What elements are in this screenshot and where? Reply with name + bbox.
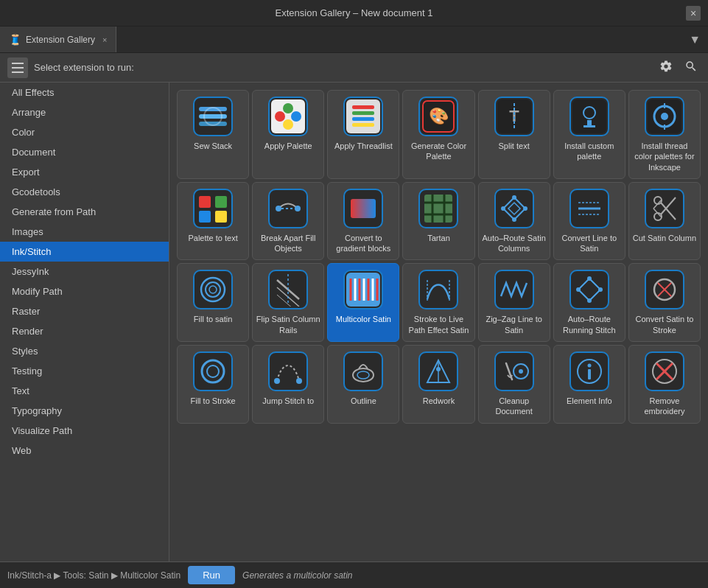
ext-item-install-custom-palette[interactable]: Install custom palette xyxy=(553,90,625,179)
sidebar-toggle-button[interactable] xyxy=(7,57,28,78)
ext-icon-install-custom-palette xyxy=(569,97,609,136)
sidebar-item-arrange[interactable]: Arrange xyxy=(0,102,169,122)
ext-label-split-text: Split text xyxy=(499,141,530,151)
close-button[interactable]: × xyxy=(686,6,701,21)
ext-item-apply-threadlist[interactable]: Apply Threadlist xyxy=(327,90,399,179)
svg-point-38 xyxy=(276,206,281,211)
sidebar-item-document[interactable]: Document xyxy=(0,142,169,162)
sidebar-item-export[interactable]: Export xyxy=(0,162,169,182)
ext-item-auto-route-satin[interactable]: Auto–Route Satin Columns xyxy=(478,182,550,261)
tab-label: Extension Gallery xyxy=(26,35,95,45)
ext-item-sew-stack[interactable]: Sew Stack xyxy=(177,90,249,179)
ext-item-remove-embroidery[interactable]: Remove embroidery xyxy=(628,345,701,424)
ext-item-convert-satin-stroke[interactable]: Convert Satin to Stroke xyxy=(628,263,701,342)
ext-icon-stroke-live-path xyxy=(418,270,458,309)
ext-label-sew-stack: Sew Stack xyxy=(194,141,232,151)
extensions-grid: Sew StackApply PaletteApply Threadlist🎨G… xyxy=(177,90,701,424)
ext-icon-jump-stitch-to xyxy=(268,351,308,391)
sidebar-item-images[interactable]: Images xyxy=(0,222,169,242)
ext-icon-palette-to-text xyxy=(193,189,233,228)
svg-point-103 xyxy=(296,378,302,384)
ext-label-jump-stitch-to: Jump Stitch to xyxy=(262,396,314,406)
ext-item-auto-route-running[interactable]: Auto–Route Running Stitch xyxy=(553,263,625,342)
sidebar-item-visualize-path[interactable]: Visualize Path xyxy=(0,421,169,441)
sidebar-item-testing[interactable]: Testing xyxy=(0,361,169,381)
sidebar-item-gcodetools[interactable]: Gcodetools xyxy=(0,182,169,202)
ext-icon-outline xyxy=(343,351,383,391)
ext-item-palette-to-text[interactable]: Palette to text xyxy=(177,182,249,261)
ext-icon-remove-embroidery xyxy=(645,351,684,391)
svg-point-54 xyxy=(512,217,516,222)
extension-gallery-tab[interactable]: 🧵 Extension Gallery × xyxy=(0,27,116,52)
sidebar-item-raster[interactable]: Raster xyxy=(0,301,169,321)
ext-item-flip-satin-rails[interactable]: Flip Satin Column Rails xyxy=(252,263,324,342)
ext-item-redwork[interactable]: Redwork xyxy=(402,345,474,424)
ext-icon-auto-route-running xyxy=(569,270,609,309)
tab-dropdown-icon[interactable]: ▼ xyxy=(681,33,708,46)
ext-label-convert-satin-stroke: Convert Satin to Stroke xyxy=(632,314,697,335)
ext-item-element-info[interactable]: Element Info xyxy=(553,345,625,424)
ext-item-generate-color-palette[interactable]: 🎨Generate Color Palette xyxy=(402,90,474,179)
svg-rect-33 xyxy=(199,196,211,208)
ext-item-split-text[interactable]: TSplit text xyxy=(478,90,550,179)
ext-label-fill-to-stroke: Fill to Stroke xyxy=(191,396,236,406)
ext-icon-multicolor-satin xyxy=(343,270,383,309)
ext-icon-redwork xyxy=(418,351,458,391)
sidebar-item-all-effects[interactable]: All Effects xyxy=(0,83,169,102)
sidebar-item-color[interactable]: Color xyxy=(0,122,169,142)
search-button[interactable] xyxy=(681,57,701,79)
sidebar-item-web[interactable]: Web xyxy=(0,441,169,461)
svg-point-8 xyxy=(275,111,285,122)
ext-label-apply-threadlist: Apply Threadlist xyxy=(334,141,393,151)
sidebar-item-render[interactable]: Render xyxy=(0,321,169,341)
main-area: All EffectsArrangeColorDocumentExportGco… xyxy=(0,83,708,561)
run-button[interactable]: Run xyxy=(188,566,235,584)
ext-item-cleanup-document[interactable]: Cleanup Document xyxy=(478,345,550,424)
ext-item-cut-satin-column[interactable]: Cut Satin Column xyxy=(628,182,701,261)
sidebar-item-ink-stitch[interactable]: Ink/Stitch xyxy=(0,242,169,262)
ext-icon-convert-line-satin xyxy=(569,189,609,228)
ext-icon-cleanup-document xyxy=(494,351,534,391)
ext-item-multicolor-satin[interactable]: Multicolor Satin xyxy=(327,263,399,342)
ext-item-tartan[interactable]: Tartan xyxy=(402,182,474,261)
ext-label-convert-line-satin: Convert Line to Satin xyxy=(557,233,622,254)
ext-item-install-thread-color[interactable]: Install thread color palettes for Inksca… xyxy=(628,90,701,179)
ext-icon-generate-color-palette: 🎨 xyxy=(418,97,458,136)
ext-item-jump-stitch-to[interactable]: Jump Stitch to xyxy=(252,345,324,424)
settings-button[interactable] xyxy=(656,57,676,79)
ext-item-break-apart-fill[interactable]: Break Apart Fill Objects xyxy=(252,182,324,261)
svg-point-29 xyxy=(661,113,668,120)
svg-rect-0 xyxy=(12,63,24,64)
tab-bar: 🧵 Extension Gallery × ▼ xyxy=(0,27,708,53)
ext-item-apply-palette[interactable]: Apply Palette xyxy=(252,90,324,179)
ext-item-fill-to-stroke[interactable]: Fill to Stroke xyxy=(177,345,249,424)
sidebar-item-generate-from-path[interactable]: Generate from Path xyxy=(0,202,169,222)
svg-point-9 xyxy=(283,103,293,113)
ext-item-stroke-live-path[interactable]: Stroke to Live Path Effect Satin xyxy=(402,263,474,342)
ext-icon-convert-satin-stroke xyxy=(645,270,684,309)
svg-rect-23 xyxy=(572,99,606,133)
ext-icon-element-info xyxy=(569,351,609,391)
sidebar-item-typography[interactable]: Typography xyxy=(0,401,169,421)
sidebar-item-modify-path[interactable]: Modify Path xyxy=(0,281,169,301)
sidebar-item-jessyink[interactable]: JessyInk xyxy=(0,262,169,281)
ext-item-fill-to-satin[interactable]: Fill to satin xyxy=(177,263,249,342)
tab-icon: 🧵 xyxy=(9,34,21,46)
ext-label-generate-color-palette: Generate Color Palette xyxy=(406,141,471,162)
svg-rect-15 xyxy=(352,117,374,121)
ext-icon-flip-satin-rails xyxy=(268,270,308,309)
ext-icon-fill-to-stroke xyxy=(193,351,233,391)
svg-point-11 xyxy=(283,119,293,130)
ext-item-outline[interactable]: Outline xyxy=(327,345,399,424)
sidebar-item-text[interactable]: Text xyxy=(0,381,169,401)
extension-grid-area: Sew StackApply PaletteApply Threadlist🎨G… xyxy=(169,83,708,561)
ext-item-convert-line-satin[interactable]: Convert Line to Satin xyxy=(553,182,625,261)
svg-rect-12 xyxy=(346,99,380,133)
ext-item-convert-gradient[interactable]: Convert to gradient blocks xyxy=(327,182,399,261)
ext-label-fill-to-satin: Fill to satin xyxy=(194,314,233,324)
sidebar-item-styles[interactable]: Styles xyxy=(0,341,169,361)
ext-icon-zigzag-line-satin xyxy=(494,270,534,309)
ext-item-zigzag-line-satin[interactable]: Zig–Zag Line to Satin xyxy=(478,263,550,342)
tab-close-icon[interactable]: × xyxy=(102,35,107,44)
svg-rect-4 xyxy=(199,114,227,119)
